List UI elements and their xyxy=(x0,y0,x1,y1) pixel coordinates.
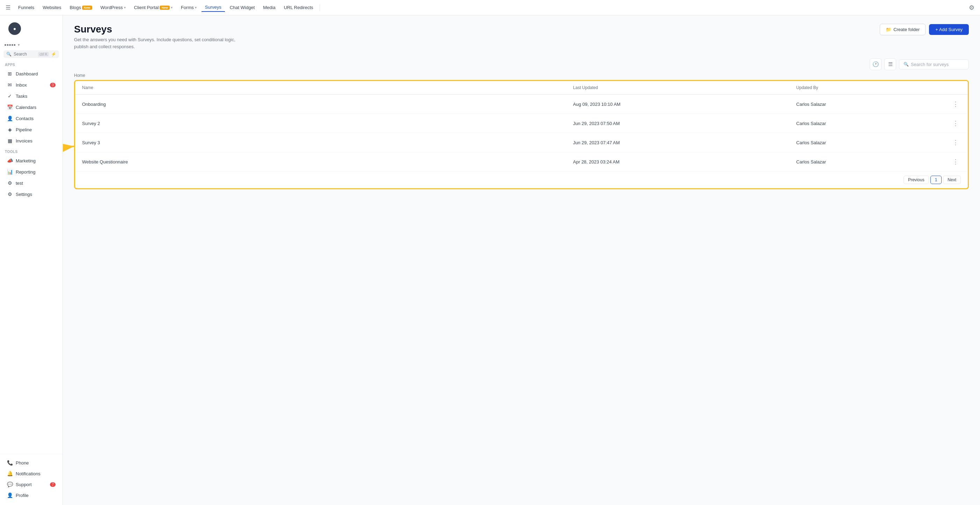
col-actions-header xyxy=(923,81,968,95)
avatar: ● xyxy=(8,22,21,35)
sidebar-item-tasks[interactable]: ✓ Tasks xyxy=(2,91,60,101)
client-portal-badge: New xyxy=(160,6,170,10)
nav-funnels[interactable]: Funnels xyxy=(15,3,38,11)
sidebar-item-marketing[interactable]: 📣 Marketing xyxy=(2,155,60,166)
page-title: Surveys xyxy=(74,24,249,35)
page-1-button[interactable]: 1 xyxy=(931,176,942,184)
sidebar-item-phone[interactable]: 📞 Phone xyxy=(2,457,60,468)
sidebar-item-test[interactable]: ⚙ test xyxy=(2,178,60,188)
sidebar-item-reporting-label: Reporting xyxy=(16,169,35,175)
sidebar-item-notifications[interactable]: 🔔 Notifications xyxy=(2,468,60,479)
sidebar-item-support[interactable]: 💬 Support 7 xyxy=(2,479,60,490)
col-updated-header: Last Updated xyxy=(566,81,789,95)
support-badge: 7 xyxy=(50,482,56,487)
sidebar-item-reporting[interactable]: 📊 Reporting xyxy=(2,167,60,177)
sidebar-item-invoices[interactable]: ▦ Invoices xyxy=(2,135,60,146)
sidebar-item-pipeline[interactable]: ◈ Pipeline xyxy=(2,124,60,135)
create-folder-button[interactable]: 📁 Create folder xyxy=(880,24,926,35)
sidebar-item-settings[interactable]: ⚙ Settings xyxy=(2,189,60,199)
sidebar-item-dashboard[interactable]: ⊞ Dashboard xyxy=(2,69,60,79)
nav-forms[interactable]: Forms ▾ xyxy=(177,3,200,11)
col-name-header: Name xyxy=(75,81,566,95)
list-icon: ☰ xyxy=(888,61,892,67)
survey-search-box[interactable]: 🔍 Search for surveys xyxy=(899,59,969,70)
search-surveys-placeholder: Search for surveys xyxy=(911,62,948,67)
survey-name-cell: Survey 3 xyxy=(75,133,566,152)
nav-client-portal[interactable]: Client Portal New ▾ xyxy=(130,3,176,11)
nav-wordpress[interactable]: WordPress ▾ xyxy=(97,3,129,11)
support-icon: 💬 xyxy=(7,482,13,487)
nav-blogs[interactable]: Blogs New xyxy=(66,3,95,11)
profile-icon: 👤 xyxy=(7,492,13,498)
toolbar: 🕐 ☰ 🔍 Search for surveys xyxy=(74,58,969,70)
survey-by-cell: Carlos Salazar xyxy=(789,114,923,133)
sidebar-item-phone-label: Phone xyxy=(16,460,29,465)
nav-url-redirects[interactable]: URL Redirects xyxy=(280,3,317,11)
sidebar-search[interactable]: 🔍 Search ctrl K ⚡ xyxy=(3,50,59,58)
inbox-icon: ✉ xyxy=(7,82,13,88)
sidebar-item-marketing-label: Marketing xyxy=(16,158,36,163)
table-row[interactable]: Onboarding Aug 09, 2023 10:10 AM Carlos … xyxy=(75,95,968,114)
header-actions: 📁 Create folder + Add Survey xyxy=(880,24,969,35)
calendars-icon: 📅 xyxy=(7,104,13,110)
clock-view-button[interactable]: 🕐 xyxy=(870,58,881,70)
tasks-icon: ✓ xyxy=(7,93,13,99)
survey-by-cell: Carlos Salazar xyxy=(789,152,923,172)
survey-updated-cell: Jun 29, 2023 07:50 AM xyxy=(566,114,789,133)
sidebar-item-profile-label: Profile xyxy=(16,493,29,498)
sidebar-item-pipeline-label: Pipeline xyxy=(16,127,32,132)
nav-websites[interactable]: Websites xyxy=(39,3,65,11)
settings-icon: ⚙ xyxy=(7,191,13,197)
page-subtitle: Get the answers you need with Surveys. I… xyxy=(74,36,249,50)
table-row[interactable]: Website Questionnaire Apr 28, 2023 03:24… xyxy=(75,152,968,172)
account-selector[interactable]: ●●●●● ▾ xyxy=(0,40,62,49)
survey-by-cell: Carlos Salazar xyxy=(789,133,923,152)
search-icon: 🔍 xyxy=(6,52,11,57)
blogs-badge: New xyxy=(82,6,92,10)
search-bolt-icon: ⚡ xyxy=(51,52,56,57)
survey-name-cell: Onboarding xyxy=(75,95,566,114)
sidebar-item-notifications-label: Notifications xyxy=(16,471,40,476)
survey-updated-cell: Aug 09, 2023 10:10 AM xyxy=(566,95,789,114)
sidebar-item-inbox[interactable]: ✉ Inbox 0 xyxy=(2,80,60,90)
pipeline-icon: ◈ xyxy=(7,127,13,132)
top-navigation: ☰ Funnels Websites Blogs New WordPress ▾… xyxy=(0,0,980,15)
survey-actions-cell: ⋮ xyxy=(923,95,968,114)
table-row[interactable]: Survey 3 Jun 29, 2023 07:47 AM Carlos Sa… xyxy=(75,133,968,152)
nav-surveys[interactable]: Surveys xyxy=(202,3,225,12)
nav-chat-widget[interactable]: Chat Widget xyxy=(226,3,258,11)
main-content: Surveys Get the answers you need with Su… xyxy=(63,15,980,505)
sidebar-item-invoices-label: Invoices xyxy=(16,138,32,143)
previous-button[interactable]: Previous xyxy=(904,176,929,184)
survey-actions-cell: ⋮ xyxy=(923,114,968,133)
row-menu-button[interactable]: ⋮ xyxy=(950,138,961,147)
survey-name-cell: Website Questionnaire xyxy=(75,152,566,172)
col-by-header: Updated By xyxy=(789,81,923,95)
table-row[interactable]: Survey 2 Jun 29, 2023 07:50 AM Carlos Sa… xyxy=(75,114,968,133)
tools-section-label: Tools xyxy=(0,147,62,155)
add-survey-button[interactable]: + Add Survey xyxy=(929,24,969,35)
search-kbd: ctrl K xyxy=(38,52,49,57)
row-menu-button[interactable]: ⋮ xyxy=(950,119,961,128)
page-header: Surveys Get the answers you need with Su… xyxy=(74,24,969,50)
breadcrumb: Home xyxy=(74,73,969,78)
next-button[interactable]: Next xyxy=(943,176,961,184)
survey-actions-cell: ⋮ xyxy=(923,133,968,152)
survey-updated-cell: Apr 28, 2023 03:24 AM xyxy=(566,152,789,172)
sidebar-item-profile[interactable]: 👤 Profile xyxy=(2,490,60,500)
sidebar-header: ● xyxy=(0,19,62,40)
sidebar-item-contacts-label: Contacts xyxy=(16,116,33,121)
hamburger-icon[interactable]: ☰ xyxy=(6,4,11,11)
survey-by-cell: Carlos Salazar xyxy=(789,95,923,114)
list-view-button[interactable]: ☰ xyxy=(884,58,896,70)
row-menu-button[interactable]: ⋮ xyxy=(950,157,961,166)
table-header-row: Name Last Updated Updated By xyxy=(75,81,968,95)
row-menu-button[interactable]: ⋮ xyxy=(950,100,961,108)
settings-gear-icon[interactable]: ⚙ xyxy=(969,4,974,11)
reporting-icon: 📊 xyxy=(7,169,13,175)
inbox-badge: 0 xyxy=(50,83,56,87)
sidebar-item-contacts[interactable]: 👤 Contacts xyxy=(2,113,60,124)
sidebar-item-calendars[interactable]: 📅 Calendars xyxy=(2,102,60,113)
survey-table-wrapper: Name Last Updated Updated By Onboarding … xyxy=(74,80,969,189)
nav-media[interactable]: Media xyxy=(259,3,279,11)
